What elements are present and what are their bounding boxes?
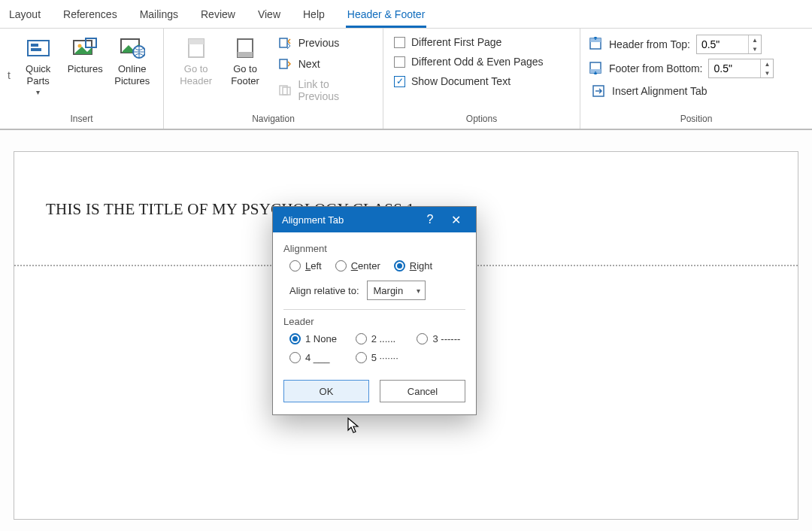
chevron-down-icon: ▾	[417, 287, 420, 295]
leader-4-radio[interactable]: 4 ___	[289, 352, 342, 363]
group-position: Header from Top: ▲▼ Footer from Bottom: …	[580, 29, 812, 129]
footer-bottom-input[interactable]	[709, 59, 760, 77]
svg-rect-1	[31, 44, 38, 47]
align-center-label: Center	[351, 260, 380, 272]
leader-2-label: 2 ......	[371, 333, 396, 344]
spin-up-icon[interactable]: ▲	[749, 35, 761, 44]
goto-footer-button[interactable]: Go to Footer	[220, 33, 269, 90]
checkbox-checked-icon	[394, 76, 405, 87]
svg-rect-11	[238, 52, 253, 57]
svg-rect-2	[31, 48, 41, 51]
group-options-label: Options	[391, 111, 572, 129]
align-right-label: Right	[410, 260, 432, 272]
previous-icon	[277, 36, 292, 50]
quick-parts-label: Quick Parts	[26, 63, 50, 86]
tab-layout[interactable]: Layout	[8, 2, 42, 28]
footer-bottom-spinner[interactable]: ▲▼	[708, 59, 774, 78]
checkbox-icon	[394, 37, 405, 48]
svg-rect-12	[280, 38, 287, 47]
group-navigation: Go to Header Go to Footer Previous	[164, 29, 383, 129]
goto-header-button[interactable]: Go to Header	[171, 33, 220, 90]
header-top-spinner[interactable]: ▲▼	[696, 35, 762, 54]
radio-icon	[356, 333, 367, 344]
cancel-button[interactable]: Cancel	[380, 380, 465, 402]
radio-icon	[356, 352, 367, 363]
footer-bottom-label: Footer from Bottom:	[609, 62, 702, 74]
ribbon-tabbar: Layout References Mailings Review View H…	[0, 0, 812, 29]
align-relative-select[interactable]: Margin ▾	[367, 281, 426, 300]
spin-up-icon[interactable]: ▲	[761, 59, 773, 68]
online-pictures-button[interactable]: Online Pictures	[108, 33, 156, 90]
radio-icon	[335, 260, 347, 272]
diff-odd-even-label: Different Odd & Even Pages	[411, 56, 544, 68]
quick-parts-icon	[26, 36, 51, 60]
header-top-label: Header from Top:	[609, 38, 690, 50]
insert-alignment-tab-label: Insert Alignment Tab	[612, 85, 707, 97]
pictures-button[interactable]: Pictures	[62, 33, 109, 78]
radio-icon	[417, 333, 428, 344]
leader-3-radio[interactable]: 3 ------	[417, 333, 465, 344]
leader-5-label: 5 ·······	[371, 352, 398, 363]
leader-3-label: 3 ------	[432, 333, 460, 344]
footer-bottom-icon	[588, 61, 603, 77]
dialog-help-button[interactable]: ?	[417, 213, 443, 226]
align-center-radio[interactable]: Center	[335, 260, 380, 272]
align-left-label: Left	[305, 260, 322, 272]
alignment-fieldset-label: Alignment	[283, 243, 465, 254]
tab-review[interactable]: Review	[199, 2, 237, 28]
align-left-radio[interactable]: Left	[289, 260, 322, 272]
group-insert: t Quick Parts ▾ Pictures Online Pictures	[0, 29, 164, 129]
spin-down-icon[interactable]: ▼	[749, 44, 761, 53]
goto-footer-label: Go to Footer	[231, 63, 259, 86]
ok-button[interactable]: OK	[283, 380, 369, 402]
radio-icon	[289, 352, 301, 363]
previous-button[interactable]: Previous	[274, 35, 375, 51]
tab-view[interactable]: View	[256, 2, 282, 28]
leader-2-radio[interactable]: 2 ......	[356, 333, 404, 344]
link-to-previous-label: Link to Previous	[298, 78, 372, 102]
diff-odd-even-checkbox[interactable]: Different Odd & Even Pages	[391, 54, 547, 69]
header-top-icon	[588, 37, 603, 53]
tab-help[interactable]: Help	[301, 2, 326, 28]
tab-header-footer[interactable]: Header & Footer	[346, 2, 427, 28]
alignment-tab-dialog: Alignment Tab ? ✕ Alignment Left Center …	[272, 206, 477, 415]
next-icon	[277, 57, 292, 71]
header-top-input[interactable]	[697, 35, 748, 53]
edge-truncated-label: t	[8, 33, 14, 81]
svg-point-4	[78, 44, 82, 48]
online-pictures-label: Online Pictures	[114, 63, 150, 86]
next-button[interactable]: Next	[274, 56, 375, 72]
next-label: Next	[298, 58, 320, 70]
alignment-tab-icon	[591, 84, 606, 98]
goto-footer-icon	[232, 36, 258, 60]
svg-rect-9	[189, 39, 204, 44]
pictures-icon	[72, 36, 98, 60]
link-to-previous-button[interactable]: Link to Previous	[274, 77, 375, 104]
spin-down-icon[interactable]: ▼	[761, 68, 773, 77]
diff-first-page-checkbox[interactable]: Different First Page	[391, 35, 547, 50]
dialog-titlebar[interactable]: Alignment Tab ? ✕	[273, 207, 476, 232]
leader-1-radio[interactable]: 1 None	[289, 333, 342, 344]
tab-references[interactable]: References	[62, 2, 119, 28]
leader-1-label: 1 None	[305, 333, 337, 344]
online-pictures-icon	[120, 36, 145, 60]
radio-icon	[289, 260, 301, 272]
dialog-close-button[interactable]: ✕	[443, 213, 468, 227]
leader-fieldset-label: Leader	[283, 316, 465, 327]
align-relative-value: Margin	[374, 285, 404, 296]
goto-header-label: Go to Header	[180, 63, 212, 86]
pictures-label: Pictures	[68, 63, 103, 75]
link-to-previous-icon	[277, 83, 292, 97]
tab-mailings[interactable]: Mailings	[138, 2, 180, 28]
show-document-text-checkbox[interactable]: Show Document Text	[391, 74, 547, 89]
group-insert-label: Insert	[8, 111, 156, 129]
align-right-radio[interactable]: Right	[394, 260, 432, 272]
show-document-text-label: Show Document Text	[411, 75, 511, 87]
ribbon: t Quick Parts ▾ Pictures Online Pictures	[0, 29, 812, 130]
dialog-title: Alignment Tab	[282, 214, 417, 226]
insert-alignment-tab-button[interactable]: Insert Alignment Tab	[588, 83, 774, 99]
svg-rect-13	[280, 59, 287, 68]
leader-5-radio[interactable]: 5 ·······	[356, 352, 404, 363]
quick-parts-button[interactable]: Quick Parts ▾	[14, 33, 62, 100]
group-options: Different First Page Different Odd & Eve…	[383, 29, 580, 129]
